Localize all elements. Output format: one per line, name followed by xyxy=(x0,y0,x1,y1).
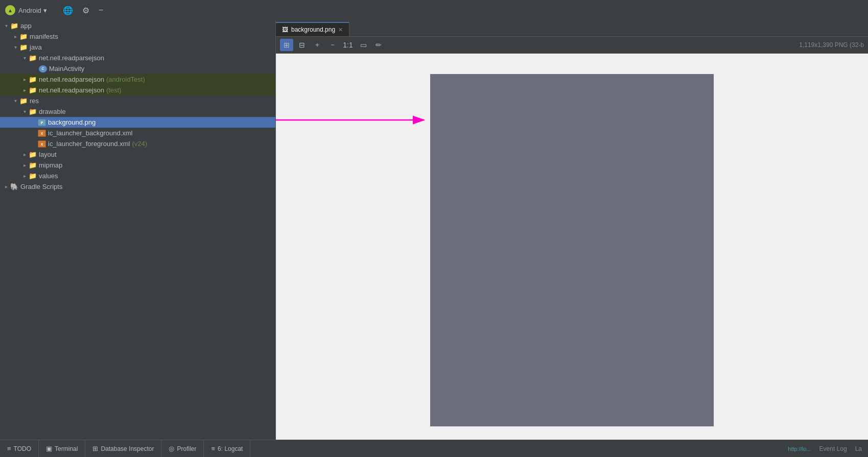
tree-item-background-png[interactable]: P background.png xyxy=(0,117,275,128)
todo-label: TODO xyxy=(14,445,31,452)
folder-icon-mipmap: 📁 xyxy=(29,161,37,169)
label-values: values xyxy=(39,172,58,180)
status-bar: ≡ TODO ▣ Terminal ⊞ Database Inspector ◎… xyxy=(0,440,868,457)
globe-icon[interactable]: 🌐 xyxy=(60,5,76,16)
android-label: Android xyxy=(18,7,41,14)
label-background-png: background.png xyxy=(48,118,96,126)
profiler-icon: ◎ xyxy=(169,445,174,452)
zoom-out-button[interactable]: － xyxy=(326,39,339,51)
tree-item-app[interactable]: 📁 app xyxy=(0,20,275,31)
android-dropdown[interactable]: Android ▾ xyxy=(18,7,47,14)
label-drawable: drawable xyxy=(39,108,66,115)
arrow-package-androidtest xyxy=(20,77,29,82)
database-icon: ⊞ xyxy=(92,445,98,452)
suffix-androidtest: (androidTest) xyxy=(106,76,145,83)
suffix-ic-launcher-fg: (v24) xyxy=(132,140,147,148)
label-manifests: manifests xyxy=(30,33,58,40)
tree-item-mainactivity[interactable]: C MainActivity xyxy=(0,63,275,74)
project-panel: 📁 app 📁 manifests 📁 java 📁 net.nell.read… xyxy=(0,20,276,440)
tree-item-gradle-scripts[interactable]: 🐘 Gradle Scripts xyxy=(0,181,275,192)
status-right: http://lo... Event Log La xyxy=(788,445,868,452)
folder-icon-drawable: 📁 xyxy=(29,108,37,115)
folder-icon-layout: 📁 xyxy=(29,151,37,158)
label-app: app xyxy=(20,22,32,30)
label-java: java xyxy=(30,43,42,51)
label-mainactivity: MainActivity xyxy=(49,65,84,73)
tree-item-manifests[interactable]: 📁 manifests xyxy=(0,31,275,42)
arrow-values xyxy=(20,173,29,179)
tree-item-package-androidtest[interactable]: 📁 net.nell.readparsejson (androidTest) xyxy=(0,74,275,85)
java-icon-mainactivity: C xyxy=(39,65,47,73)
arrow-drawable xyxy=(20,109,29,114)
image-info: 1,119x1,390 PNG (32-b xyxy=(799,41,864,49)
minimize-icon[interactable]: − xyxy=(96,5,106,16)
tree-item-mipmap[interactable]: 📁 mipmap xyxy=(0,160,275,171)
title-bar: ▲ Android ▾ 🌐 ⚙ − xyxy=(0,0,868,20)
tree-item-layout[interactable]: 📁 layout xyxy=(0,149,275,160)
image-display[interactable] xyxy=(276,54,868,440)
tab-close-background-png[interactable]: ✕ xyxy=(338,27,343,33)
arrow-res xyxy=(11,98,19,104)
fit-width-button[interactable]: ▭ xyxy=(357,39,370,51)
tab-logcat[interactable]: ≡ 6: Logcat xyxy=(204,440,250,457)
image-canvas xyxy=(430,74,714,426)
tree-item-ic-launcher-fg[interactable]: X ic_launcher_foreground.xml (v24) xyxy=(0,138,275,149)
tree-item-package-test[interactable]: 📁 net.nell.readparsejson (test) xyxy=(0,85,275,95)
arrow-package-test xyxy=(20,87,29,93)
tab-database-inspector[interactable]: ⊞ Database Inspector xyxy=(85,440,161,457)
arrow-app xyxy=(2,23,10,29)
tree-item-ic-launcher-bg[interactable]: X ic_launcher_background.xml xyxy=(0,128,275,138)
tab-label-background-png: background.png xyxy=(291,26,335,33)
grid-button[interactable]: ⊟ xyxy=(295,39,309,51)
settings-icon[interactable]: ⚙ xyxy=(80,5,92,16)
fit-page-button[interactable]: ⊞ xyxy=(280,39,293,51)
tab-background-png[interactable]: 🖼 background.png ✕ xyxy=(276,22,349,36)
arrow-manifests xyxy=(11,34,19,39)
folder-icon-java: 📁 xyxy=(19,43,28,51)
xml-icon-ic-launcher-fg: X xyxy=(38,140,46,148)
tab-bar: 🖼 background.png ✕ xyxy=(276,20,868,37)
arrow-gradle xyxy=(2,184,10,189)
folder-icon-androidtest: 📁 xyxy=(29,76,37,83)
arrow-layout xyxy=(20,152,29,157)
tree-item-res[interactable]: 📁 res xyxy=(0,95,275,106)
folder-icon-values: 📁 xyxy=(29,172,37,180)
suffix-test: (test) xyxy=(106,86,122,94)
zoom-in-button[interactable]: ＋ xyxy=(311,39,324,51)
tree-item-package-main[interactable]: 📁 net.nell.readparsejson xyxy=(0,53,275,63)
tree-item-drawable[interactable]: 📁 drawable xyxy=(0,106,275,117)
arrow-package-main xyxy=(20,55,29,61)
event-log[interactable]: Event Log xyxy=(819,445,847,452)
label-package-androidtest: net.nell.readparsejson xyxy=(39,76,104,83)
dropdown-arrow: ▾ xyxy=(43,7,47,14)
title-bar-actions: 🌐 ⚙ − xyxy=(60,5,106,16)
zoom-actual-button[interactable]: 1:1 xyxy=(341,39,355,51)
android-icon: ▲ xyxy=(5,5,15,15)
folder-icon-manifests: 📁 xyxy=(19,33,28,40)
logcat-icon: ≡ xyxy=(211,445,215,452)
folder-icon-test: 📁 xyxy=(29,86,37,94)
label-ic-launcher-bg: ic_launcher_background.xml xyxy=(48,129,132,137)
tree-item-java[interactable]: 📁 java xyxy=(0,42,275,53)
la-label: La xyxy=(855,445,862,452)
pencil-button[interactable]: ✏ xyxy=(372,39,385,51)
main-content: 📁 app 📁 manifests 📁 java 📁 net.nell.read… xyxy=(0,20,868,440)
folder-icon-app: 📁 xyxy=(10,22,18,30)
database-inspector-label: Database Inspector xyxy=(101,445,154,452)
label-ic-launcher-fg: ic_launcher_foreground.xml xyxy=(48,140,130,148)
folder-icon-package: 📁 xyxy=(29,54,37,62)
arrow-mipmap xyxy=(20,162,29,168)
tab-profiler[interactable]: ◎ Profiler xyxy=(161,440,204,457)
folder-icon-res: 📁 xyxy=(19,97,28,105)
tab-icon-png: 🖼 xyxy=(282,26,288,33)
label-gradle-scripts: Gradle Scripts xyxy=(20,183,62,190)
png-icon-background: P xyxy=(38,119,46,126)
tree-item-values[interactable]: 📁 values xyxy=(0,171,275,181)
tab-terminal[interactable]: ▣ Terminal xyxy=(39,440,85,457)
label-package-test: net.nell.readparsejson xyxy=(39,86,104,94)
terminal-label: Terminal xyxy=(55,445,78,452)
tab-todo[interactable]: ≡ TODO xyxy=(0,440,39,457)
status-url[interactable]: http://lo... xyxy=(788,446,811,452)
arrow-java xyxy=(11,44,19,50)
label-mipmap: mipmap xyxy=(39,161,62,169)
